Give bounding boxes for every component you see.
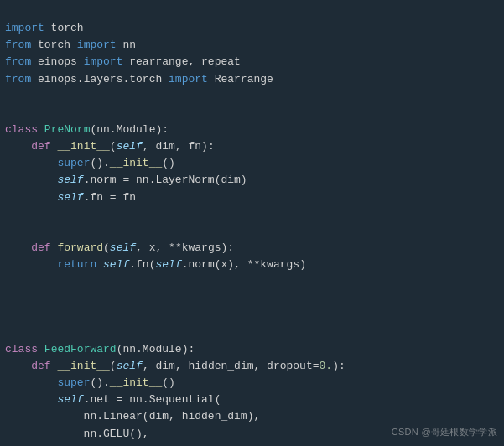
code-editor: import torch from torch import nn from e… (0, 0, 504, 446)
watermark: CSDN @哥廷根数学学派 (392, 425, 497, 439)
code-content: import torch from torch import nn from e… (5, 3, 499, 446)
